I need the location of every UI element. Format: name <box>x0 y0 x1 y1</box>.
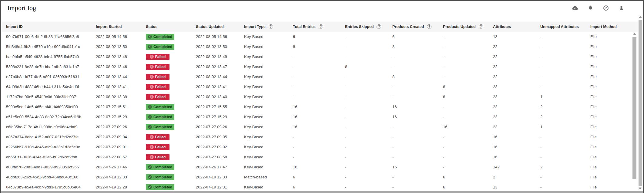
check-circle-icon: ✓ <box>148 45 152 49</box>
table-row[interactable]: eb65f1f1-3026-434a-82e6-b02d62df2fbb2022… <box>1 152 632 162</box>
table-row[interactable]: e08fac70-28d3-48d7-9829-8928853cf2662022… <box>1 162 632 172</box>
cell-entries-skipped: - <box>345 44 392 49</box>
cell-attributes: 23 <box>493 115 540 119</box>
cell-attributes: 22 <box>493 64 540 69</box>
cell-import-started: 2022-07-27 09:04 <box>96 135 146 139</box>
page-scrollbar-thumb[interactable] <box>639 20 642 186</box>
table-scrollbar-thumb[interactable] <box>632 37 636 179</box>
cell-import-type: Key-Based <box>244 105 293 109</box>
table-row[interactable]: 04c373b9-e54a-4cc7-9dd3-1785c6b05e642022… <box>1 182 632 191</box>
cell-status: !Failed <box>146 64 196 70</box>
table-row[interactable]: c6fa35be-717e-4b11-988e-c9e06e4efaf92022… <box>1 122 632 132</box>
check-circle-icon: ✓ <box>148 185 152 189</box>
table-row[interactable]: a51e5e00-5534-4e83-8a02-72a34ca6d19b2022… <box>1 112 632 122</box>
table-row[interactable]: 5308c221-8e28-4e7b-bbaf-afb2a831a1a72022… <box>1 62 632 72</box>
column-help-icon[interactable]: ? <box>269 24 273 29</box>
cell-total-entries: - <box>293 54 345 59</box>
cell-status-updated: 2022-08-02 13:47 <box>196 64 244 69</box>
table-row[interactable]: 5fd348d4-9b3e-4570-a19e-902d9c041e1c2022… <box>1 42 632 52</box>
cell-import-id: 5993c5ed-14d5-465c-af4f-d4d89850ef00 <box>6 105 96 109</box>
status-badge-failed: !Failed <box>146 134 169 140</box>
cell-total-entries: - <box>293 135 345 139</box>
cell-import-started: 2022-08-02 13:50 <box>96 44 146 49</box>
header-status: Status <box>146 25 196 29</box>
cell-attributes: 23 <box>493 105 540 109</box>
cell-products-updated: - <box>443 165 493 169</box>
notifications-bell-icon[interactable] <box>585 4 595 12</box>
cell-status-updated: 2022-07-27 09:05 <box>196 135 244 139</box>
error-circle-icon: ! <box>150 135 154 139</box>
cell-import-started: 2022-07-19 12:33 <box>96 175 146 179</box>
table-vertical-scrollbar[interactable] <box>632 32 638 191</box>
error-circle-icon: ! <box>150 55 154 59</box>
account-icon[interactable] <box>616 4 626 12</box>
status-badge-failed: !Failed <box>146 94 169 100</box>
cell-import-id: 64d99d3b-488f-46be-b44d-311a54e4dd3f <box>6 84 96 89</box>
cloud-sync-status-icon[interactable] <box>570 4 580 12</box>
cell-import-started: 2022-08-02 13:38 <box>96 95 146 99</box>
cell-products-updated: 6 <box>443 175 493 179</box>
cell-attributes: 23 <box>493 125 540 129</box>
cell-products-created: - <box>392 155 443 159</box>
table-row[interactable]: 90e7b971-00e6-4fe2-9b83-11a63656f3a82022… <box>1 32 632 42</box>
column-help-icon[interactable]: ? <box>479 24 483 29</box>
cell-unmapped-attributes: - <box>540 34 590 39</box>
status-badge-completed: ✓Completed <box>146 124 174 130</box>
error-circle-icon: ! <box>150 85 154 89</box>
table-row[interactable]: 1172b7bd-90e5-454f-9c0d-00fc3ffcb9372022… <box>1 92 632 102</box>
cell-import-type: Key-Based <box>244 74 293 79</box>
cell-attributes: 13 <box>493 185 540 189</box>
scroll-up-arrow-icon[interactable] <box>639 16 642 18</box>
cell-status: !Failed <box>146 144 196 150</box>
cell-products-created: - <box>392 54 443 59</box>
cell-status: !Failed <box>146 94 196 100</box>
page-vertical-scrollbar[interactable] <box>638 15 643 191</box>
cell-import-method: File <box>590 155 632 159</box>
cell-entries-skipped: 8 <box>345 64 392 69</box>
cell-attributes: 2 <box>493 175 540 179</box>
cell-import-id: a867a374-8dbc-4152-a807-021fcd2c27fe <box>6 135 96 139</box>
cell-import-type: Key-Based <box>244 165 293 169</box>
cell-attributes: 22 <box>493 74 540 79</box>
table-row[interactable]: bac9bfa5-a549-4628-b4e4-9755dfab57c02022… <box>1 52 632 62</box>
cell-attributes: 142 <box>493 165 540 169</box>
table-row[interactable]: e27b0b8a-fd77-4fe5-a891-036093e516312022… <box>1 72 632 82</box>
cell-entries-skipped: - <box>345 145 392 149</box>
column-help-icon[interactable]: ? <box>377 24 381 29</box>
cell-status-updated: 2022-07-26 17:47 <box>196 165 244 169</box>
cell-products-updated: 8 <box>443 95 493 99</box>
cell-entries-skipped: - <box>345 125 392 129</box>
status-badge-failed: !Failed <box>146 64 169 70</box>
cell-total-entries: 16 <box>293 105 345 109</box>
help-icon[interactable]: ? <box>601 4 611 12</box>
cell-entries-skipped: - <box>345 135 392 139</box>
table-header: Import IDImport StartedStatusStatus Upda… <box>1 22 638 32</box>
cell-import-method: File <box>590 185 632 189</box>
cell-status: ✓Completed <box>146 174 196 180</box>
table-row[interactable]: a2266bb7-910d-4d45-afc9-a23b1d2a5e0e2022… <box>1 142 632 152</box>
cell-import-id: e08fac70-28d3-48d7-9829-8928853cf266 <box>6 165 96 169</box>
status-badge-completed: ✓Completed <box>146 104 174 110</box>
cell-products-updated: 8 <box>443 84 493 89</box>
cell-attributes: 16 <box>493 145 540 149</box>
table-row[interactable]: 40dbf263-23cf-45c1-9cbd-464bd848c1662022… <box>1 172 632 182</box>
cell-import-method: File <box>590 54 632 59</box>
cell-import-method: File <box>590 44 632 49</box>
table-row[interactable]: 5993c5ed-14d5-465c-af4f-d4d89850ef002022… <box>1 102 632 112</box>
cell-status: ✓Completed <box>146 124 196 130</box>
column-help-icon[interactable]: ? <box>319 24 323 29</box>
cell-import-method: File <box>590 165 632 169</box>
horizontal-scrollbar[interactable] <box>1 191 643 193</box>
check-circle-icon: ✓ <box>148 175 152 179</box>
scroll-down-arrow-icon[interactable] <box>639 188 642 189</box>
cell-attributes: 16 <box>493 135 540 139</box>
scroll-up-arrow-icon[interactable] <box>633 33 636 35</box>
table-row[interactable]: 64d99d3b-488f-46be-b44d-311a54e4dd3f2022… <box>1 82 632 92</box>
column-help-icon[interactable]: ? <box>427 24 431 29</box>
cell-status-updated: 2022-08-02 13:49 <box>196 54 244 59</box>
header-import-type: Import Type? <box>244 24 293 29</box>
cell-products-created: - <box>392 185 443 189</box>
cell-total-entries: 6 <box>293 175 345 179</box>
table-row[interactable]: a867a374-8dbc-4152-a807-021fcd2c27fe2022… <box>1 132 632 142</box>
cell-unmapped-attributes: - <box>540 84 590 89</box>
